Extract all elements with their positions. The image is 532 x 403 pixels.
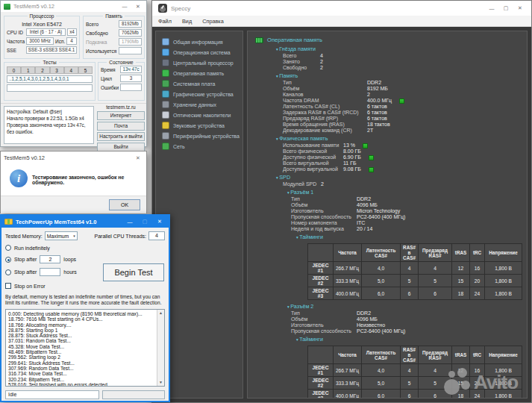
close-icon[interactable]: ✕ [133,155,143,161]
sidebar-item[interactable]: Оптические накопители [156,110,242,120]
sidebar-item[interactable]: Хранение данных [156,99,242,110]
spec-row-value: 2 [320,59,323,65]
memtest64-statusbar: Idle [5,390,165,399]
section-title[interactable]: Гнёзда памяти [276,46,527,53]
maximize-icon[interactable]: ▢ [501,5,511,11]
sse-field[interactable]: SSE-3 sSSE3 SSE4.1 [26,46,77,54]
hours-field[interactable] [40,268,60,276]
menu-item-Вид[interactable]: Вид [182,18,192,25]
spec-row: Пропускная способностьPC2-6400 (400 МГц) [255,214,527,220]
threads-field[interactable]: 4 [148,231,165,240]
option-stop-after-loops[interactable]: Stop after 2 loops [5,255,165,263]
sidebar-item[interactable]: Графические устройства [156,89,242,99]
test-segment-button[interactable]: 4 [64,66,78,74]
spec-row-label: Декодирование команд (CR) [283,128,367,134]
section-title[interactable]: Разъём 2 [287,303,527,310]
state-row: Время13ч 47с [101,66,142,73]
ram-section-header: Оперативная память [255,37,527,43]
section-title[interactable]: Тайминги [296,336,527,343]
tested-memory-select[interactable]: Maximum ▾ [45,231,78,240]
state-row-field[interactable]: 3 [120,75,142,82]
sidebar-item[interactable]: Звуковые устройства [156,120,242,131]
stop-on-error-checkbox[interactable] [5,283,11,289]
section-title[interactable]: SPD [276,174,527,181]
sidebar-item[interactable]: Операционная система [156,47,242,57]
menu-item-Справка[interactable]: Справка [202,18,224,25]
option-stop-on-error[interactable]: Stop on Error [5,283,165,289]
memory-row-field[interactable] [119,47,142,54]
summary-icon [162,38,169,46]
used-field[interactable]: 4 [66,37,77,45]
option-run-indefinitely[interactable]: Run indefinitely [5,245,165,251]
close-icon[interactable]: ✕ [154,219,166,225]
ram-section-title: Оперативная память [267,37,322,43]
menu-item-Файл[interactable]: Файл [158,18,172,25]
timings-cell: 266.7 МГц [334,262,362,275]
sidebar-item[interactable]: Центральный процессор [156,57,242,68]
log-scrollbar[interactable]: ▲ ▼ [157,310,164,386]
begin-test-button[interactable]: Begin Test [103,263,164,281]
memory-row: Используется [86,47,142,54]
sidebar-item[interactable]: Сеть [156,141,242,151]
radio-stop-after-loops[interactable] [5,257,11,263]
testmem5-window: TestMem5 v0.12 — ✕ Процессор Intel Xeon … [0,0,147,147]
hours-suffix-label: hours [63,269,77,275]
loops-field[interactable]: 2 [40,255,60,263]
memtest64-log[interactable]: 0.000: Detecting usable memory (8190 MB … [5,309,165,387]
radio-run-indefinitely[interactable] [5,245,11,251]
scroll-down-icon[interactable]: ▼ [157,379,164,386]
section-title[interactable]: Разъём 1 [287,189,527,196]
testmem5-app-icon [4,4,10,10]
spec-row: Доступно виртуальной9.08 ГБ [255,166,527,172]
test-sequence-field[interactable]: ..1,2,5,1,4,3,0,1,2,5,1,4,3,0,1 [7,75,93,83]
freq-field[interactable]: 3000 MHz [26,37,54,45]
action-button[interactable]: Настроить и выйти [97,132,145,141]
avito-watermark: Avito [444,366,526,399]
spec-row-label: Занято [283,59,320,65]
action-button[interactable]: Интернет [97,111,145,120]
spec-row-label: Пропускная способность [291,328,357,334]
spec-row-label: Каналов [283,92,367,98]
memory-row-field[interactable]: 8192Mb [119,20,142,28]
spec-row: Доступно физической6.90 ГБ [255,154,527,160]
dialog-button-strip: OK [1,196,146,213]
sidebar-item[interactable]: Общая информация [156,37,242,47]
close-icon[interactable]: ✕ [133,4,143,10]
minimize-icon[interactable]: — [486,6,497,11]
sidebar-item[interactable]: Периферийные устройства [156,131,242,141]
memory-row-field[interactable]: 7062Mb [119,29,142,37]
scroll-up-icon[interactable]: ▲ [157,310,164,316]
sidebar-item[interactable]: Оперативная память [156,68,242,78]
test-segment-button[interactable]: 5 [78,66,93,74]
spec-row-label: Предзаряд RAS# (tRP) [283,116,367,122]
test-segment-button[interactable]: 1 [21,66,35,74]
cpu-mult-field[interactable]: x4 [67,28,77,36]
spec-row-value: 6.90 ГБ [343,154,361,160]
close-icon[interactable]: ✕ [515,5,525,11]
ok-button[interactable]: OK [109,199,140,210]
test-segment-button[interactable]: 3 [50,66,64,74]
memory-row-field[interactable]: 1790Mb [119,38,142,46]
cpu-id-field[interactable]: Intel (6 · 17 · A) [26,28,66,36]
section-title[interactable]: Физическая память [276,135,527,143]
state-row-field[interactable]: 13ч 47с [120,66,142,73]
timings-cell: 4,0 [362,262,401,275]
radio-stop-after-hours[interactable] [5,269,11,275]
section-title[interactable]: Тайминги [296,234,527,241]
section-title[interactable]: Память [276,72,527,80]
desktop: Speccy — ▢ ✕ ФайлВидСправка Общая информ… [0,0,532,403]
minimize-icon[interactable]: — [124,219,136,225]
storage-icon [162,101,169,108]
action-button[interactable]: Почта [97,122,145,131]
test-segment-button[interactable]: 0 [7,66,21,74]
state-row-field[interactable] [120,84,142,91]
spec-row-label: Объём [291,316,357,322]
test-sequence2-field[interactable] [7,84,93,92]
speccy-main-panel[interactable]: Оперативная память Гнёзда памятиВсего4За… [247,31,528,399]
sidebar-item[interactable]: Системная плата [156,78,242,89]
minimize-icon[interactable]: — [119,4,130,9]
timings-cell: 400.0 МГц [334,287,362,300]
test-segment-button[interactable]: 2 [35,66,49,74]
testmem5-log[interactable]: Настройка: Default @serj Начало проверки… [4,106,94,144]
timings-cell: 24 [470,287,485,300]
